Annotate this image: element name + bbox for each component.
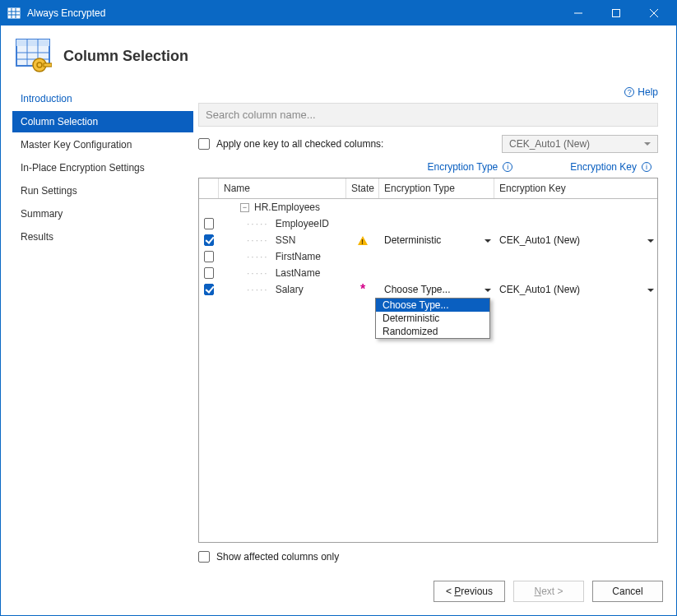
column-name: EmployeeID [276, 218, 329, 229]
cancel-button[interactable]: Cancel [592, 581, 663, 602]
column-name: FirstName [276, 251, 321, 262]
window-title: Always Encrypted [27, 7, 105, 19]
chevron-down-icon [647, 289, 654, 295]
encryption-type-dropdown[interactable]: Choose Type... Deterministic Randomized [375, 298, 490, 339]
warning-icon [358, 231, 368, 245]
encryption-key-cell[interactable]: CEK_Auto1 (New) [494, 284, 657, 295]
app-icon [7, 7, 21, 20]
table-row: ·····FirstName [199, 248, 657, 265]
wizard-icon [14, 37, 52, 75]
table-row: ·····Salary * Choose Type... CEK_Auto1 (… [199, 281, 657, 298]
help-icon: ? [624, 87, 634, 97]
tree-line-icon: ····· [247, 218, 269, 229]
row-checkbox[interactable] [204, 218, 214, 229]
show-affected-row: Show affected columns only [198, 543, 663, 563]
nav-summary: Summary [12, 203, 193, 225]
col-name-header[interactable]: Name [219, 178, 346, 198]
apply-one-key-row: Apply one key to all checked columns: CE… [198, 135, 663, 161]
columns-grid: Name State Encryption Type Encryption Ke… [198, 178, 658, 543]
apply-one-key-select[interactable]: CEK_Auto1 (New) [502, 135, 658, 153]
col-key-header[interactable]: Encryption Key [494, 178, 657, 198]
svg-rect-16 [44, 63, 52, 67]
group-row[interactable]: − HR.Employees [199, 199, 657, 215]
encryption-key-cell[interactable]: CEK_Auto1 (New) [494, 234, 657, 246]
wizard-sidebar: Introduction Column Selection Master Key… [7, 81, 198, 563]
collapse-icon[interactable]: − [240, 203, 249, 212]
nav-inplace-encryption: In-Place Encryption Settings [12, 157, 193, 178]
main-panel: ? Help Apply one key to all checked colu… [198, 81, 670, 563]
window-root: Always Encrypted [0, 0, 677, 616]
required-icon: * [360, 282, 365, 297]
row-checkbox[interactable] [204, 234, 214, 246]
nav-introduction[interactable]: Introduction [12, 88, 193, 109]
column-name: SSN [276, 234, 296, 246]
grid-header: Name State Encryption Type Encryption Ke… [199, 178, 657, 199]
content-area: Column Selection Introduction Column Sel… [1, 25, 676, 615]
minimize-button[interactable] [559, 1, 597, 25]
column-name: Salary [276, 284, 304, 295]
col-type-header[interactable]: Encryption Type [379, 178, 494, 198]
column-name: LastName [276, 267, 321, 279]
table-row: ·····EmployeeID [199, 215, 657, 232]
legend-encryption-type[interactable]: Encryption Type i [427, 161, 512, 173]
table-row: ·····LastName [199, 265, 657, 281]
dropdown-option[interactable]: Deterministic [376, 312, 489, 325]
chevron-down-icon [485, 289, 491, 295]
info-icon: i [503, 162, 512, 172]
chevron-down-icon [647, 239, 654, 246]
grid-body: − HR.Employees ·····EmployeeID [199, 199, 657, 298]
footer-buttons: < Previous Next > Cancel [1, 569, 676, 615]
tree-line-icon: ····· [247, 234, 269, 246]
tree-line-icon: ····· [247, 284, 269, 295]
encryption-type-cell[interactable]: Deterministic [379, 234, 494, 246]
page-header: Column Selection [1, 25, 676, 81]
maximize-button[interactable] [597, 1, 635, 25]
nav-results: Results [12, 226, 193, 248]
titlebar: Always Encrypted [1, 1, 676, 25]
show-affected-checkbox[interactable] [198, 551, 210, 563]
show-affected-label: Show affected columns only [216, 551, 339, 563]
body-split: Introduction Column Selection Master Key… [1, 81, 676, 569]
apply-one-key-checkbox[interactable] [198, 138, 210, 150]
tree-line-icon: ····· [247, 267, 269, 279]
legend-encryption-key[interactable]: Encryption Key i [570, 161, 651, 173]
row-checkbox[interactable] [204, 267, 214, 279]
svg-rect-10 [16, 39, 49, 46]
help-link[interactable]: ? Help [624, 86, 658, 98]
legend-row: Encryption Type i Encryption Key i [198, 161, 663, 178]
apply-one-key-label: Apply one key to all checked columns: [216, 138, 383, 150]
apply-one-key-value: CEK_Auto1 (New) [509, 138, 590, 150]
nav-run-settings: Run Settings [12, 180, 193, 201]
row-checkbox[interactable] [204, 284, 214, 295]
search-box[interactable] [198, 103, 658, 127]
dropdown-option[interactable]: Choose Type... [376, 299, 489, 312]
encryption-type-cell[interactable]: Choose Type... [379, 284, 494, 295]
help-label: Help [638, 86, 658, 98]
tree-line-icon: ····· [247, 251, 269, 262]
search-input[interactable] [198, 103, 658, 127]
close-button[interactable] [635, 1, 673, 25]
next-button: Next > [513, 581, 584, 602]
svg-rect-6 [613, 10, 620, 17]
table-row: ·····SSN Deterministic CEK_Auto1 (New) [199, 232, 657, 248]
dropdown-option[interactable]: Randomized [376, 325, 489, 338]
previous-button[interactable]: < Previous [434, 581, 505, 602]
nav-master-key: Master Key Configuration [12, 134, 193, 155]
col-state-header[interactable]: State [346, 178, 379, 198]
nav-column-selection[interactable]: Column Selection [12, 111, 193, 132]
group-label: HR.Employees [254, 201, 320, 213]
page-title: Column Selection [63, 48, 188, 65]
row-checkbox[interactable] [204, 251, 214, 262]
info-icon: i [642, 162, 651, 172]
chevron-down-icon [485, 239, 491, 246]
svg-rect-0 [8, 8, 20, 18]
